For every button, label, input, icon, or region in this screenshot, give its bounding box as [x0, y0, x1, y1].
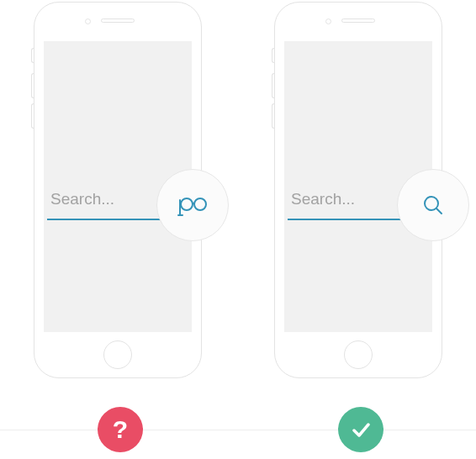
home-button	[103, 340, 132, 369]
search-row: Search...	[47, 184, 224, 226]
phone-mock-right: Search...	[274, 2, 442, 378]
phone-speaker	[101, 18, 135, 23]
mute-switch	[31, 48, 34, 63]
volume-up-button	[31, 73, 34, 98]
footer-divider	[0, 430, 476, 430]
mute-switch	[272, 48, 274, 63]
checkmark-icon	[349, 418, 373, 441]
verdict-badge-unclear: ?	[98, 407, 143, 452]
home-button	[344, 340, 373, 369]
search-action-button[interactable]	[156, 169, 229, 241]
phone-screen: Search...	[44, 41, 192, 332]
phone-mock-left: Search...	[34, 2, 202, 378]
binoculars-icon	[176, 193, 209, 217]
volume-up-button	[272, 73, 274, 98]
verdict-badge-correct	[338, 407, 383, 452]
search-row: Search...	[288, 184, 464, 226]
phone-camera	[85, 18, 91, 24]
svg-line-6	[436, 208, 442, 214]
svg-point-0	[181, 198, 193, 210]
search-action-button[interactable]	[397, 169, 469, 241]
phone-speaker	[341, 18, 375, 23]
volume-down-button	[272, 103, 274, 129]
search-icon	[422, 194, 444, 216]
svg-point-1	[194, 198, 206, 210]
volume-down-button	[31, 103, 34, 129]
phone-screen: Search...	[284, 41, 432, 332]
phone-camera	[325, 18, 331, 24]
question-mark-icon: ?	[113, 417, 128, 442]
comparison-stage: Search...	[0, 0, 476, 378]
